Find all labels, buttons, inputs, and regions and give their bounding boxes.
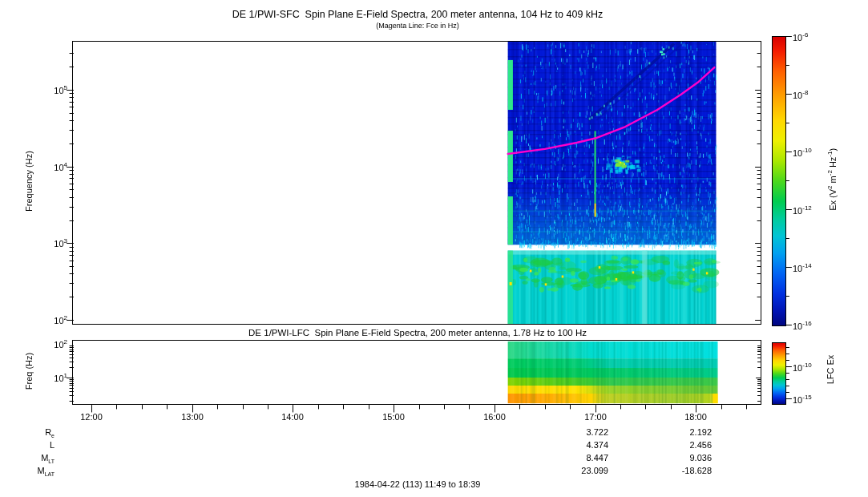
ephemeris-row-label: MLT: [6, 453, 55, 467]
spectrogram-canvas: [0, 0, 868, 497]
x-tick-label: 14:00: [273, 412, 313, 422]
lfc-y-tick-label: 102: [40, 337, 67, 350]
ephemeris-value-17: 4.374: [528, 440, 608, 451]
sfc-colorbar-tick-label: 10-6: [793, 30, 808, 43]
lfc-y-tick-label: 101: [40, 370, 67, 384]
ephemeris-value-17: 3.722: [528, 427, 608, 438]
ephemeris-row-label: MLAT: [6, 466, 55, 479]
sfc-y-tick-label: 102: [40, 313, 67, 326]
ephemeris-value-18: 2.192: [632, 427, 712, 438]
ephemeris-row-label: Re: [6, 427, 55, 441]
lfc-colorbar-tick-label: 10-15: [793, 392, 812, 406]
lfc-colorbar-tick-label: 10-10: [793, 360, 812, 374]
ephemeris-value-17: 8.447: [528, 453, 608, 463]
spectrogram-page: DE 1/PWI-SFC Spin Plane E-Field Spectra,…: [0, 0, 868, 497]
x-tick-label: 12:00: [71, 412, 111, 422]
sfc-title: DE 1/PWI-SFC Spin Plane E-Field Spectra,…: [73, 9, 762, 20]
lfc-colorbar: [772, 342, 786, 405]
ephemeris-value-18: 2.456: [632, 440, 712, 451]
x-tick-label: 18:00: [676, 412, 716, 422]
x-tick-label: 13:00: [172, 412, 212, 422]
x-tick-label: 17:00: [575, 412, 616, 422]
sfc-colorbar-tick-label: 10-10: [793, 145, 812, 159]
date-range-label: 1984-04-22 (113) 11:49 to 18:39: [73, 479, 762, 489]
ephemeris-value-18: 9.036: [632, 453, 712, 463]
lfc-colorbar-label: LFC Ex: [826, 283, 835, 456]
sfc-colorbar-tick-label: 10-16: [793, 318, 812, 332]
sfc-colorbar-tick-label: 10-12: [793, 203, 812, 216]
sfc-colorbar: [772, 36, 786, 326]
lfc-title: DE 1/PWI-LFC Spin Plane E-Field Spectra,…: [73, 328, 762, 337]
ephemeris-value-17: 23.099: [528, 466, 608, 476]
sfc-y-tick-label: 105: [40, 83, 67, 96]
sfc-subtitle: (Magenta Line: Fce in Hz): [73, 22, 762, 30]
sfc-y-tick-label: 104: [40, 160, 67, 173]
ephemeris-value-18: -18.628: [632, 466, 712, 476]
sfc-colorbar-tick-label: 10-8: [793, 87, 808, 101]
ephemeris-row-label: L: [6, 440, 55, 454]
x-tick-label: 16:00: [474, 412, 515, 422]
x-tick-label: 15:00: [373, 412, 414, 422]
sfc-colorbar-label: Ex (V2 m-2 Hz-1): [826, 93, 838, 266]
sfc-y-tick-label: 103: [40, 236, 67, 249]
sfc-y-axis-label: Frequency (Hz): [24, 95, 34, 268]
sfc-colorbar-tick-label: 10-14: [793, 261, 812, 274]
